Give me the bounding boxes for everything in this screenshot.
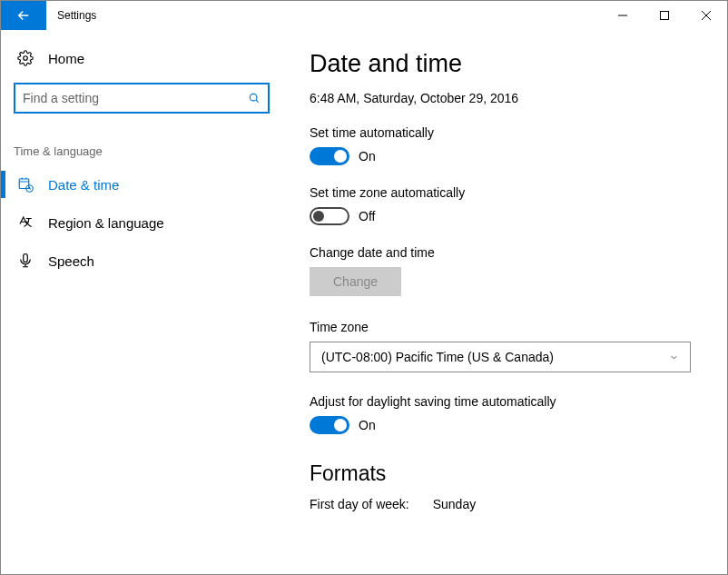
change-button[interactable]: Change xyxy=(310,267,401,296)
timezone-value: (UTC-08:00) Pacific Time (US & Canada) xyxy=(321,350,554,364)
sidebar-item-region-language[interactable]: Region & language xyxy=(1,203,282,242)
dst-toggle[interactable] xyxy=(310,416,349,434)
search-box[interactable] xyxy=(14,83,270,114)
close-button[interactable] xyxy=(685,1,727,30)
window-title: Settings xyxy=(46,1,602,30)
first-day-label: First day of week: xyxy=(310,497,409,511)
home-nav[interactable]: Home xyxy=(1,41,282,75)
gear-icon xyxy=(17,50,34,66)
first-day-value: Sunday xyxy=(433,497,476,511)
sidebar-category: Time & language xyxy=(1,114,282,165)
title-bar: Settings xyxy=(1,1,727,30)
home-label: Home xyxy=(48,51,84,66)
timezone-dropdown[interactable]: (UTC-08:00) Pacific Time (US & Canada) xyxy=(310,342,691,372)
sidebar-item-label: Region & language xyxy=(48,215,164,231)
sidebar-item-date-time[interactable]: Date & time xyxy=(1,165,282,203)
sidebar-item-label: Date & time xyxy=(48,177,119,193)
close-icon xyxy=(702,11,711,20)
microphone-icon xyxy=(17,253,34,269)
search-input[interactable] xyxy=(23,91,241,105)
language-icon xyxy=(17,214,34,231)
dst-label: Adjust for daylight saving time automati… xyxy=(310,394,709,409)
main-content: Date and time 6:48 AM, Saturday, October… xyxy=(282,30,727,574)
window-controls xyxy=(602,1,727,30)
svg-point-2 xyxy=(250,94,257,101)
auto-tz-state: Off xyxy=(359,209,375,223)
formats-first-day-row: First day of week: Sunday xyxy=(310,497,709,511)
minimize-button[interactable] xyxy=(602,1,644,30)
sidebar-item-label: Speech xyxy=(48,253,94,269)
svg-rect-5 xyxy=(24,254,28,263)
svg-rect-3 xyxy=(19,179,29,189)
timezone-label: Time zone xyxy=(310,320,709,334)
svg-point-1 xyxy=(24,56,28,61)
current-datetime: 6:48 AM, Saturday, October 29, 2016 xyxy=(310,91,709,105)
page-title: Date and time xyxy=(310,50,709,78)
auto-time-toggle[interactable] xyxy=(310,147,349,165)
auto-tz-label: Set time zone automatically xyxy=(310,185,709,200)
sidebar-item-speech[interactable]: Speech xyxy=(1,242,282,280)
chevron-down-icon xyxy=(669,352,679,362)
search-icon xyxy=(248,92,261,104)
formats-heading: Formats xyxy=(310,461,709,486)
auto-time-state: On xyxy=(359,149,376,164)
auto-tz-toggle[interactable] xyxy=(310,207,349,225)
sidebar: Home Time & language Date & time Region … xyxy=(1,30,282,574)
minimize-icon xyxy=(618,11,627,20)
maximize-button[interactable] xyxy=(644,1,685,30)
calendar-clock-icon xyxy=(17,176,34,193)
back-button[interactable] xyxy=(1,1,46,30)
arrow-left-icon xyxy=(15,7,32,24)
change-date-label: Change date and time xyxy=(310,245,709,260)
maximize-icon xyxy=(660,11,669,20)
auto-time-label: Set time automatically xyxy=(310,125,709,140)
dst-state: On xyxy=(359,418,376,432)
svg-rect-0 xyxy=(661,12,669,20)
